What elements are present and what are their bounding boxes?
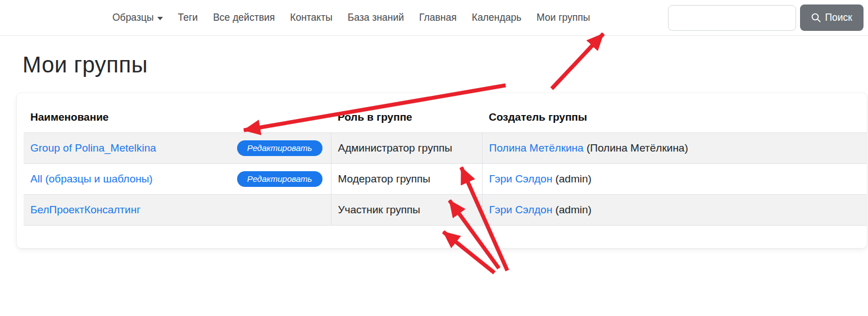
groups-card: Наименование Роль в группе Создатель гру… xyxy=(17,93,867,248)
nav-links: Образцы Теги Все действия Контакты База … xyxy=(112,12,590,24)
group-name-link[interactable]: All (образцы и шаблоны) xyxy=(30,173,153,185)
edit-group-button[interactable]: Редактировать xyxy=(237,171,322,187)
creator-link[interactable]: Полина Метёлкина xyxy=(489,142,584,154)
creator-link[interactable]: Гэри Сэлдон xyxy=(489,204,553,216)
creator-suffix: (Полина Метёлкина) xyxy=(587,142,688,154)
column-header-creator: Создатель группы xyxy=(482,100,867,133)
top-navbar: Образцы Теги Все действия Контакты База … xyxy=(0,0,868,36)
group-role-cell: Администратор группы xyxy=(331,133,482,164)
group-role-cell: Участник группы xyxy=(331,195,482,226)
group-name-link[interactable]: БелПроектКонсалтинг xyxy=(30,204,140,216)
nav-item-baza-znaniy[interactable]: База знаний xyxy=(348,12,404,24)
column-header-role: Роль в группе xyxy=(331,100,482,133)
nav-item-tegi[interactable]: Теги xyxy=(178,12,198,24)
search-icon xyxy=(811,13,821,22)
group-role-cell: Модератор группы xyxy=(331,164,482,195)
creator-suffix: (admin) xyxy=(555,204,591,216)
page-title: Мои группы xyxy=(22,52,868,77)
creator-suffix: (admin) xyxy=(555,173,591,185)
table-row: All (образцы и шаблоны) Редактировать Мо… xyxy=(24,164,867,195)
group-creator-cell: Гэри Сэлдон (admin) xyxy=(482,195,867,226)
table-header-row: Наименование Роль в группе Создатель гру… xyxy=(24,100,867,133)
groups-table: Наименование Роль в группе Создатель гру… xyxy=(24,100,867,226)
edit-group-button[interactable]: Редактировать xyxy=(237,140,322,156)
search-button[interactable]: Поиск xyxy=(800,4,864,31)
table-row: БелПроектКонсалтинг Участник группы Гэри… xyxy=(24,195,867,226)
search-button-label: Поиск xyxy=(825,12,853,24)
column-header-name: Наименование xyxy=(24,100,331,133)
group-creator-cell: Полина Метёлкина (Полина Метёлкина) xyxy=(482,133,867,164)
caret-down-icon xyxy=(157,17,163,20)
search-input[interactable] xyxy=(668,5,796,31)
group-name-link[interactable]: Group of Polina_Metelkina xyxy=(30,142,156,154)
nav-item-obraztsy[interactable]: Образцы xyxy=(112,12,163,24)
creator-link[interactable]: Гэри Сэлдон xyxy=(489,173,553,185)
search-group: Поиск xyxy=(668,4,864,31)
nav-item-moi-gruppy[interactable]: Мои группы xyxy=(537,12,590,24)
table-row: Group of Polina_Metelkina Редактировать … xyxy=(24,133,867,164)
nav-item-glavnaya[interactable]: Главная xyxy=(419,12,457,24)
nav-item-label: Образцы xyxy=(112,12,154,24)
nav-item-vse-deystviya[interactable]: Все действия xyxy=(213,12,275,24)
group-creator-cell: Гэри Сэлдон (admin) xyxy=(482,164,867,195)
nav-item-kalendar[interactable]: Календарь xyxy=(472,12,521,24)
nav-item-kontakty[interactable]: Контакты xyxy=(290,12,333,24)
